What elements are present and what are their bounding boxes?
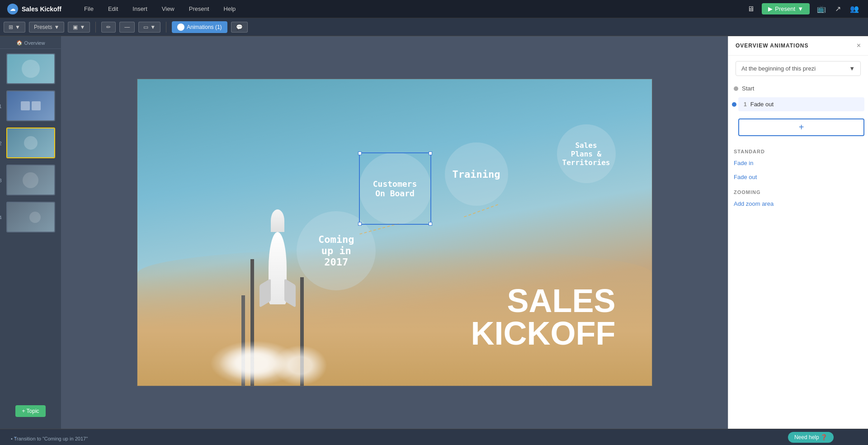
add-topic-button[interactable]: + Topic <box>15 405 45 417</box>
present-arrow: ▶ <box>768 5 773 12</box>
sales-plans-label: SalesPlans &Territories <box>562 141 610 167</box>
screen-icon[interactable]: 📺 <box>815 3 828 15</box>
sales-plans-circle[interactable]: SalesPlans &Territories <box>557 124 616 183</box>
slide-2-thumbnail[interactable] <box>6 128 55 158</box>
need-help-button[interactable]: Need help ❓ <box>788 432 834 443</box>
line-btn[interactable]: — <box>119 22 135 33</box>
need-help-label: Need help <box>794 434 819 440</box>
mode-icon: ⊞ <box>9 24 13 30</box>
logo-icon: ☁ <box>7 4 18 14</box>
app-logo[interactable]: ☁ Sales Kickoff <box>7 4 61 14</box>
shape-icon: ▭ <box>143 24 148 30</box>
menu-present[interactable]: Present <box>186 4 212 14</box>
menu-help[interactable]: Help <box>221 4 239 14</box>
monitor-icon[interactable]: 🖥 <box>745 3 756 15</box>
dropdown-arrow: ▼ <box>849 65 855 72</box>
overview-thumbnail[interactable] <box>6 53 55 84</box>
shape-btn[interactable]: ▭ ▼ <box>138 22 160 33</box>
handle-top-right[interactable] <box>429 151 432 155</box>
handle-top-left[interactable] <box>358 151 362 155</box>
toolbar: ⊞ ▼ Presets ▼ ▣ ▼ ✏ — ▭ ▼ Animations (1)… <box>0 18 868 36</box>
app-title: Sales Kickoff <box>22 5 61 13</box>
slide-4-thumb-inner <box>7 203 54 232</box>
start-dot <box>734 86 738 91</box>
help-icon: ❓ <box>821 434 827 440</box>
panel-dropdown[interactable]: At the beginning of this prezi ▼ <box>736 61 861 76</box>
present-label: Present <box>775 5 795 12</box>
animation-item-1[interactable]: 1 Fade out <box>738 97 864 111</box>
kickoff-text: KICKOFF <box>471 317 616 350</box>
separator-1 <box>95 22 96 33</box>
toolbar-mode-btn[interactable]: ⊞ ▼ <box>4 22 25 33</box>
dropdown-label: At the beginning of this prezi <box>741 65 816 72</box>
slide-number-4: 4 <box>0 215 2 220</box>
frame-icon: ▣ <box>73 24 78 30</box>
selection-box <box>359 152 431 225</box>
add-zoom-area-option[interactable]: Add zoom area <box>732 197 864 211</box>
sales-text: SALES <box>471 284 616 317</box>
animations-label: Animations (1) <box>187 24 222 30</box>
users-icon[interactable]: 👥 <box>848 3 861 15</box>
standard-section-title: STANDARD <box>732 143 864 156</box>
left-sidebar: 🏠 Overview 1 <box>0 36 61 429</box>
presets-label: Presets <box>34 24 52 30</box>
menu-insert[interactable]: Insert <box>130 4 150 14</box>
slide-canvas: SALES KICKOFF Comingup in2017 CustomersO… <box>137 79 652 386</box>
share-icon[interactable]: ↗ <box>833 3 843 15</box>
slide-2-thumb-inner <box>7 128 54 157</box>
slide-4-thumbnail[interactable] <box>6 202 55 232</box>
overview-thumb-inner <box>7 54 54 83</box>
slide-1-thumb-inner <box>7 91 54 120</box>
menu-file[interactable]: File <box>81 4 96 14</box>
separator-2 <box>166 22 166 33</box>
frame-arrow: ▼ <box>80 24 85 30</box>
present-button[interactable]: ▶ Present ▼ <box>762 3 810 14</box>
menu-edit[interactable]: Edit <box>105 4 121 14</box>
close-panel-button[interactable]: × <box>857 42 861 50</box>
presets-btn[interactable]: Presets ▼ <box>29 22 65 33</box>
slide-1-thumbnail[interactable] <box>6 90 55 121</box>
shape-arrow: ▼ <box>150 24 156 30</box>
slide-number-3: 3 <box>0 178 2 183</box>
line-icon: — <box>124 24 130 30</box>
timeline-area: Start 1 Fade out + STANDARD <box>728 81 868 429</box>
training-circle[interactable]: Training <box>445 142 508 206</box>
add-icon: + <box>799 122 804 133</box>
overview-tab-label: Overview <box>24 40 45 46</box>
anim-label: Fade out <box>750 101 774 108</box>
status-bar: • Need help ❓ • Transition to "Coming up… <box>0 429 868 445</box>
presets-arrow: ▼ <box>54 24 60 30</box>
fade-in-option[interactable]: Fade in <box>732 156 864 170</box>
slide-3-thumb-inner <box>7 166 54 194</box>
transition-label: • Transition to "Coming up in 2017" <box>11 436 88 441</box>
slide-number-2: 2 <box>0 141 2 146</box>
frame-btn[interactable]: ▣ ▼ <box>68 22 90 33</box>
start-label: Start <box>742 85 754 92</box>
menu-items: File Edit Insert View Present Help <box>81 4 238 14</box>
menu-right: 🖥 ▶ Present ▼ 📺 ↗ 👥 <box>745 3 861 15</box>
present-dropdown-arrow: ▼ <box>797 5 803 12</box>
fade-out-option[interactable]: Fade out <box>732 170 864 184</box>
panel-title: OVERVIEW ANIMATIONS <box>736 43 808 49</box>
rocket-illustration <box>228 151 354 386</box>
canvas-area[interactable]: SALES KICKOFF Comingup in2017 CustomersO… <box>61 36 728 429</box>
menu-bar: ☁ Sales Kickoff File Edit Insert View Pr… <box>0 0 868 18</box>
handle-bottom-right[interactable] <box>429 222 432 226</box>
add-animation-button[interactable]: + <box>738 118 864 136</box>
dashed-line-2 <box>464 204 498 217</box>
menu-view[interactable]: View <box>159 4 177 14</box>
slide-number-1: 1 <box>0 104 2 109</box>
comment-btn[interactable]: 💬 <box>231 22 248 33</box>
pen-btn[interactable]: ✏ <box>101 22 116 33</box>
right-panel: OVERVIEW ANIMATIONS × At the beginning o… <box>728 36 868 429</box>
toggle-circle <box>177 24 184 31</box>
training-label: Training <box>453 169 500 180</box>
slide-3-thumbnail[interactable] <box>6 165 55 195</box>
main-content: 🏠 Overview 1 <box>0 36 868 429</box>
main-title: SALES KICKOFF <box>471 284 616 350</box>
mode-arrow: ▼ <box>15 24 20 30</box>
animations-btn[interactable]: Animations (1) <box>172 21 227 33</box>
pen-icon: ✏ <box>106 24 111 30</box>
handle-bottom-left[interactable] <box>358 222 362 226</box>
timeline-start-row: Start <box>732 81 864 95</box>
